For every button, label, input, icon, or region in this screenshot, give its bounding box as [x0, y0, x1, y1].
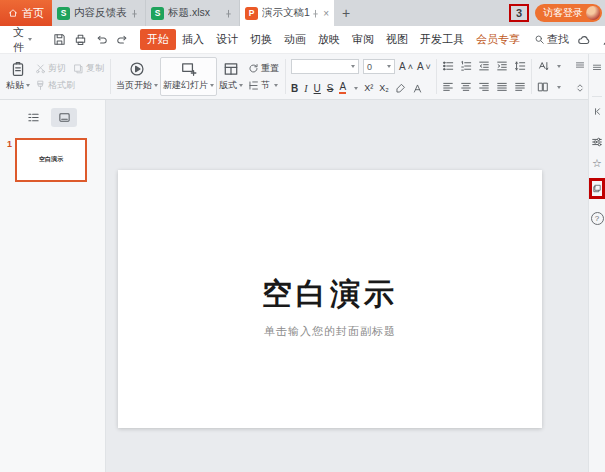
underline-button[interactable]: U — [314, 83, 321, 94]
copy-button[interactable]: 复制 — [73, 62, 104, 75]
reset-button[interactable]: 重置 — [248, 62, 279, 75]
font-color-button[interactable]: A — [339, 82, 346, 94]
quick-access-toolbar — [48, 33, 134, 46]
undo-icon[interactable] — [95, 33, 108, 46]
slide-title-text[interactable]: 空白演示 — [118, 274, 542, 315]
shrink-font-button[interactable]: A˅ — [417, 61, 431, 72]
ribbon-tab-view[interactable]: 视图 — [380, 29, 414, 50]
pin-icon[interactable] — [130, 9, 139, 18]
grow-font-button[interactable]: A˄ — [399, 61, 413, 72]
scroll-toolbar-icon[interactable] — [575, 83, 585, 93]
align-left-icon[interactable] — [442, 81, 454, 93]
paste-button[interactable]: 粘贴 — [4, 57, 32, 96]
help-icon[interactable]: ? — [591, 212, 604, 225]
chevron-down-icon[interactable] — [557, 86, 561, 89]
new-slide-icon — [181, 61, 197, 77]
layout-button[interactable]: 版式 — [217, 57, 245, 96]
thumbnail-view-toggle[interactable] — [51, 108, 77, 127]
layers-icon[interactable] — [592, 183, 602, 194]
section-button[interactable]: 节 — [248, 79, 278, 92]
divider — [592, 96, 602, 97]
slide-thumbnail[interactable]: 空白演示 — [15, 138, 87, 182]
slide-subtitle-placeholder[interactable]: 单击输入您的封面副标题 — [118, 324, 542, 339]
print-icon[interactable] — [74, 33, 87, 46]
text-layout-group — [535, 57, 563, 96]
font-size-select[interactable]: 0 — [363, 59, 395, 74]
home-tab[interactable]: 首页 — [0, 0, 52, 26]
cloud-sync-icon[interactable] — [577, 33, 591, 47]
annotated-tool-slot — [589, 178, 605, 199]
file-menu[interactable]: 文件 — [9, 25, 36, 55]
hide-toolbar-icon[interactable] — [592, 62, 602, 72]
tab-title-xlsx[interactable]: S 标题.xlsx — [146, 0, 240, 26]
bold-button[interactable]: B — [291, 83, 298, 94]
settings-sliders-icon[interactable] — [591, 136, 603, 148]
chevron-down-icon — [154, 84, 158, 87]
share-icon[interactable] — [601, 33, 605, 47]
font-name-select[interactable] — [291, 59, 359, 74]
format-painter-button[interactable]: 格式刷 — [35, 79, 75, 92]
font-group: 0 A˄ A˅ B I U S A X² X₂ — [289, 57, 433, 96]
collapse-panel-icon[interactable] — [592, 106, 603, 117]
ribbon-tab-home[interactable]: 开始 — [140, 29, 176, 50]
redo-icon[interactable] — [116, 33, 129, 46]
justify-icon[interactable] — [496, 81, 508, 93]
copy-label: 复制 — [86, 62, 104, 75]
play-circle-icon — [129, 61, 145, 77]
chevron-down-icon[interactable] — [557, 65, 561, 68]
decrease-indent-icon[interactable] — [478, 60, 490, 72]
ribbon-tab-member[interactable]: 会员专享 — [470, 29, 526, 50]
outline-view-toggle[interactable] — [20, 108, 46, 127]
tab-label: 内容反馈表 — [74, 6, 129, 20]
ribbon-tab-slideshow[interactable]: 放映 — [312, 29, 346, 50]
italic-button[interactable]: I — [304, 83, 307, 94]
properties-slot — [589, 136, 605, 148]
tab-presentation1[interactable]: P 演示文稿1 × — [240, 0, 334, 26]
align-right-icon[interactable] — [478, 81, 490, 93]
login-button[interactable]: 访客登录 — [535, 4, 602, 22]
save-icon[interactable] — [53, 33, 66, 46]
play-from-current-button[interactable]: 当页开始 — [114, 57, 160, 96]
ribbon-tab-animation[interactable]: 动画 — [278, 29, 312, 50]
columns-icon[interactable] — [537, 81, 549, 93]
text-effect-icon[interactable] — [412, 83, 423, 94]
increase-indent-icon[interactable] — [496, 60, 508, 72]
line-spacing-icon[interactable] — [514, 60, 526, 72]
chevron-down-icon[interactable] — [354, 87, 358, 90]
login-label: 访客登录 — [543, 6, 583, 20]
pin-icon[interactable] — [224, 9, 233, 18]
text-direction-icon[interactable] — [537, 60, 549, 72]
slide-list-item-1[interactable]: 1 空白演示 — [0, 131, 105, 182]
slide-editor[interactable]: 空白演示 单击输入您的封面副标题 — [118, 170, 542, 428]
ribbon-tab-insert[interactable]: 插入 — [176, 29, 210, 50]
chevron-down-icon — [26, 84, 30, 87]
cut-button[interactable]: 剪切 — [35, 62, 66, 75]
subscript-button[interactable]: X₂ — [379, 83, 389, 93]
close-tab-icon[interactable]: × — [323, 8, 329, 19]
distribute-text-icon[interactable] — [514, 81, 526, 93]
tab-content-feedback-sheet[interactable]: S 内容反馈表 — [52, 0, 146, 26]
strikethrough-button[interactable]: S — [327, 83, 334, 94]
chevron-down-icon — [239, 84, 243, 87]
align-center-icon[interactable] — [460, 81, 472, 93]
star-icon[interactable]: ☆ — [592, 158, 602, 169]
ribbon-tab-developer[interactable]: 开发工具 — [414, 29, 470, 50]
font-size-value: 0 — [367, 62, 372, 72]
ribbon-tab-review[interactable]: 审阅 — [346, 29, 380, 50]
favorites-slot: ☆ — [589, 158, 605, 169]
ribbon-tab-transition[interactable]: 切换 — [244, 29, 278, 50]
numbered-list-icon[interactable] — [460, 60, 472, 72]
search-box[interactable]: 查找 — [529, 32, 574, 47]
avatar[interactable] — [586, 6, 600, 20]
bullet-list-icon[interactable] — [442, 60, 454, 72]
superscript-button[interactable]: X² — [364, 83, 373, 93]
ribbon-tab-design[interactable]: 设计 — [210, 29, 244, 50]
new-tab-button[interactable]: + — [334, 0, 358, 26]
new-slide-button[interactable]: 新建幻灯片 — [160, 57, 217, 96]
format-painter-label: 格式刷 — [48, 79, 75, 92]
pin-icon[interactable] — [311, 9, 320, 18]
highlight-pen-icon[interactable] — [395, 83, 406, 94]
layout-label: 版式 — [219, 79, 237, 92]
shrink-font-label: A — [417, 61, 424, 72]
more-tools-icon[interactable] — [575, 60, 585, 70]
